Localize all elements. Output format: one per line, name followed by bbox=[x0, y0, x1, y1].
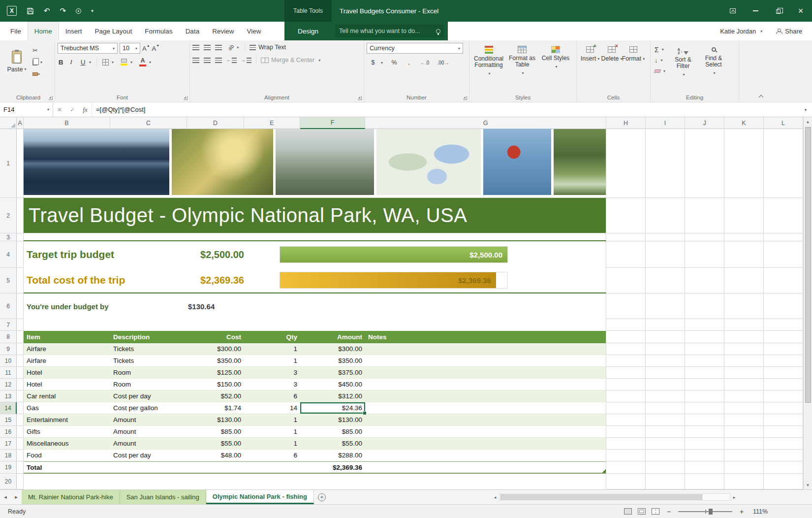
total-label-cell[interactable]: Total bbox=[24, 461, 110, 474]
find-select-button[interactable]: Find & Select ▾ bbox=[698, 43, 729, 93]
font-size-select[interactable]: 10▾ bbox=[120, 43, 140, 54]
grid-cell[interactable] bbox=[187, 461, 244, 474]
notes-cell[interactable] bbox=[365, 355, 606, 367]
grid-cells-h-l[interactable] bbox=[606, 129, 803, 198]
grid-cell[interactable] bbox=[17, 450, 24, 461]
grid-cell[interactable] bbox=[17, 233, 24, 241]
grid-cell[interactable] bbox=[244, 461, 300, 474]
column-header-g[interactable]: G bbox=[365, 117, 606, 129]
item-cell[interactable]: Airfare bbox=[24, 343, 110, 355]
amount-cell[interactable]: $288.00 bbox=[300, 450, 365, 461]
decrease-decimal-button[interactable]: .00→ bbox=[436, 58, 450, 67]
cut-button[interactable]: ✂ bbox=[31, 46, 44, 55]
column-header-f-selected[interactable]: F bbox=[300, 117, 365, 129]
cost-cell[interactable]: $130.00 bbox=[187, 414, 244, 426]
account-name[interactable]: Katie Jordan▾ bbox=[720, 28, 762, 35]
grid-cells-h-l[interactable] bbox=[606, 379, 803, 390]
format-cells-button[interactable]: Format▾ bbox=[623, 43, 644, 93]
qty-cell[interactable]: 3 bbox=[244, 379, 300, 390]
grid-cells-h-l[interactable] bbox=[606, 268, 803, 293]
qty-cell[interactable]: 6 bbox=[244, 450, 300, 461]
tab-formulas[interactable]: Formulas bbox=[138, 22, 179, 40]
align-left-icon[interactable] bbox=[192, 58, 199, 63]
notes-cell[interactable] bbox=[365, 367, 606, 379]
total-cost-bar-cell[interactable]: $2,369.36 bbox=[244, 268, 606, 293]
minimize-icon[interactable] bbox=[744, 0, 767, 22]
grid-cells-h-l[interactable] bbox=[606, 233, 803, 241]
horizontal-scroll-track[interactable] bbox=[499, 493, 730, 501]
sheet-tab-san-juan[interactable]: San Juan Islands - sailing bbox=[120, 490, 206, 504]
row-header-12[interactable]: 12 bbox=[0, 379, 17, 390]
row-header-19[interactable]: 19 bbox=[0, 461, 17, 474]
selected-cell-f14[interactable]: $24.36 bbox=[300, 402, 365, 414]
horizontal-scroll-thumb[interactable] bbox=[500, 494, 702, 500]
target-budget-bar-cell[interactable]: $2,500.00 bbox=[244, 241, 606, 268]
autosum-button[interactable]: Σ▾ bbox=[653, 45, 667, 54]
photo-mountain-lake[interactable] bbox=[24, 129, 169, 195]
normal-view-icon[interactable] bbox=[624, 508, 632, 515]
grid-cell[interactable] bbox=[17, 129, 24, 198]
sheet-nav-right-icon[interactable]: ▸ bbox=[11, 490, 22, 504]
row-header-1[interactable]: 1 bbox=[0, 129, 17, 198]
comma-style-button[interactable]: , bbox=[404, 58, 414, 67]
description-cell[interactable]: Amount bbox=[110, 438, 187, 450]
grid-cell[interactable] bbox=[17, 293, 24, 319]
column-header-k[interactable]: K bbox=[724, 117, 764, 129]
cost-cell[interactable]: $350.00 bbox=[187, 355, 244, 367]
grid-cell[interactable] bbox=[24, 319, 606, 331]
undo-icon[interactable]: ↶ bbox=[44, 6, 50, 15]
vertical-scroll-thumb[interactable] bbox=[805, 127, 811, 403]
row-header-14-selected[interactable]: 14 bbox=[0, 402, 17, 414]
grid-cells-h-l[interactable] bbox=[606, 355, 803, 367]
sheet-tab-mt-rainier[interactable]: Mt. Rainier National Park-hike bbox=[22, 490, 120, 504]
qty-cell[interactable]: 1 bbox=[244, 426, 300, 438]
fill-button[interactable]: ↓▾ bbox=[653, 56, 667, 65]
item-cell[interactable]: Gifts bbox=[24, 426, 110, 438]
item-cell[interactable]: Car rental bbox=[24, 390, 110, 402]
row-header-9[interactable]: 9 bbox=[0, 343, 17, 355]
italic-button[interactable]: I bbox=[68, 58, 74, 66]
grid-cells-h-l[interactable] bbox=[606, 293, 803, 319]
row-header-7[interactable]: 7 bbox=[0, 319, 17, 331]
row-header-18[interactable]: 18 bbox=[0, 450, 17, 461]
tab-data[interactable]: Data bbox=[179, 22, 206, 40]
underline-button[interactable]: U▾ bbox=[78, 58, 93, 66]
column-header-c[interactable]: C bbox=[110, 117, 187, 129]
notes-cell[interactable] bbox=[365, 450, 606, 461]
insert-function-icon[interactable]: fx bbox=[79, 106, 92, 114]
decrease-font-size-button[interactable]: A▼ bbox=[152, 45, 160, 52]
number-dialog-launcher-icon[interactable] bbox=[463, 96, 467, 100]
increase-indent-button[interactable]: → bbox=[241, 58, 251, 63]
photo-park-map[interactable] bbox=[376, 129, 481, 195]
grid-cell[interactable] bbox=[17, 438, 24, 450]
photo-fisherman-red-jacket[interactable] bbox=[483, 129, 551, 195]
notes-cell[interactable] bbox=[365, 426, 606, 438]
target-budget-value-cell[interactable]: $2,500.00 bbox=[187, 241, 244, 268]
grid-cells-h-l[interactable] bbox=[606, 450, 803, 461]
column-header-e[interactable]: E bbox=[244, 117, 300, 129]
save-icon[interactable] bbox=[27, 7, 34, 15]
cost-cell[interactable]: $300.00 bbox=[187, 343, 244, 355]
grid-cells-h-l[interactable] bbox=[606, 390, 803, 402]
page-layout-view-icon[interactable] bbox=[638, 508, 646, 515]
align-right-icon[interactable] bbox=[215, 58, 222, 63]
expand-formula-bar-icon[interactable]: ▾ bbox=[799, 102, 812, 117]
scroll-right-icon[interactable]: ▸ bbox=[730, 495, 738, 500]
grid-cells-h-l[interactable] bbox=[606, 474, 803, 489]
row-header-16[interactable]: 16 bbox=[0, 426, 17, 438]
grid-cells-h-l[interactable] bbox=[606, 198, 803, 233]
column-header-i[interactable]: I bbox=[646, 117, 685, 129]
touch-mode-icon[interactable] bbox=[76, 8, 81, 14]
description-cell[interactable]: Room bbox=[110, 379, 187, 390]
scroll-down-icon[interactable]: ▼ bbox=[804, 481, 812, 489]
qty-cell[interactable]: 3 bbox=[244, 367, 300, 379]
column-header-a[interactable]: A bbox=[17, 117, 24, 129]
column-header-b[interactable]: B bbox=[24, 117, 110, 129]
redo-icon[interactable]: ↷ bbox=[60, 6, 66, 15]
tab-page-layout[interactable]: Page Layout bbox=[89, 22, 139, 40]
cost-cell[interactable]: $52.00 bbox=[187, 390, 244, 402]
amount-cell[interactable]: $300.00 bbox=[300, 343, 365, 355]
cost-cell[interactable]: $85.00 bbox=[187, 426, 244, 438]
notes-cell[interactable] bbox=[365, 402, 606, 414]
column-header-l[interactable]: L bbox=[764, 117, 803, 129]
